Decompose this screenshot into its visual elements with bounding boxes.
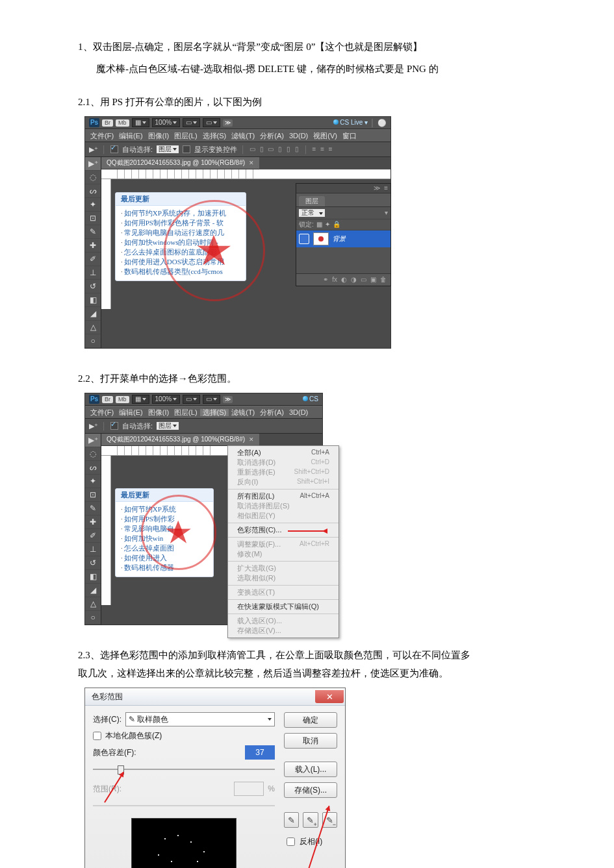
lasso-tool[interactable]: ᔕ	[85, 184, 101, 198]
select-dropdown[interactable]: ✎ 取样颜色	[125, 712, 275, 726]
group-icon[interactable]: ▭	[361, 277, 366, 283]
fuzziness-input[interactable]	[245, 745, 275, 760]
menu-item-quick-mask[interactable]: 在快速蒙版模式下编辑(Q)	[228, 602, 339, 612]
stamp-tool[interactable]: ⊥	[85, 266, 101, 280]
auto-select-dropdown[interactable]: 图层	[157, 422, 179, 430]
menu-item-inverse[interactable]: 反向(I)Shift+Ctrl+I	[228, 477, 339, 487]
cancel-button[interactable]: 取消	[284, 733, 337, 749]
gradient-tool[interactable]: ◢	[85, 584, 101, 597]
history-brush-tool[interactable]: ↺	[85, 280, 101, 293]
extras-icon[interactable]: ▭	[203, 118, 220, 127]
eraser-tool[interactable]: ◧	[85, 570, 101, 584]
layers-tab[interactable]: 图层	[299, 196, 325, 206]
save-button[interactable]: 存储(S)...	[284, 782, 337, 798]
show-transform-checkbox[interactable]	[183, 145, 190, 153]
menu-layer[interactable]: 图层(L)	[172, 132, 199, 140]
menu-select[interactable]: 选择(S)	[200, 132, 229, 140]
localize-checkbox[interactable]	[93, 732, 101, 740]
marquee-tool[interactable]: ◌	[85, 171, 101, 184]
menu-file[interactable]: 文件(F)	[88, 132, 116, 140]
stamp-tool[interactable]: ⊥	[85, 543, 101, 556]
eraser-tool[interactable]: ◧	[85, 293, 101, 307]
expand-icon[interactable]: ≫	[223, 396, 233, 403]
opacity-icon[interactable]: ▾	[385, 210, 388, 216]
fx-icon[interactable]: fx	[332, 277, 337, 283]
eyedropper-tool[interactable]: ✎	[85, 225, 101, 239]
move-tool[interactable]: ▶⁺	[85, 434, 101, 447]
minibridge-icon[interactable]: Mb	[116, 396, 129, 403]
cslive-button[interactable]: CS Live ▾	[333, 119, 368, 126]
menu-select[interactable]: 选择(S)	[200, 409, 229, 416]
menu-item-all-layers[interactable]: 所有图层(L)Alt+Ctrl+A	[228, 491, 339, 501]
crop-tool[interactable]: ⊡	[85, 212, 101, 225]
document-tab[interactable]: QQ截图20120424165533.jpg @ 100%(RGB/8#)✕	[101, 434, 259, 446]
menu-item-deselect-layers[interactable]: 取消选择图层(S)	[228, 501, 339, 511]
search-icon[interactable]: ⚪	[377, 119, 387, 127]
menu-item-reselect[interactable]: 重新选择(E)Shift+Ctrl+D	[228, 467, 339, 477]
invert-checkbox[interactable]	[287, 837, 295, 846]
wand-tool[interactable]: ✦	[85, 198, 101, 212]
menu-analysis[interactable]: 分析(A)	[257, 409, 287, 416]
load-button[interactable]: 载入(L)...	[284, 762, 337, 777]
menu-image[interactable]: 图像(I)	[146, 409, 172, 416]
close-icon[interactable]: ✕	[249, 160, 254, 166]
history-brush-tool[interactable]: ↺	[85, 556, 101, 570]
brush-tool[interactable]: ✐	[85, 253, 101, 266]
minibridge-icon[interactable]: Mb	[116, 119, 129, 127]
menu-3d[interactable]: 3D(D)	[287, 409, 311, 416]
menu-item-save-selection[interactable]: 存储选区(V)...	[228, 626, 339, 636]
expand-icon[interactable]: ≫	[223, 119, 233, 127]
trash-icon[interactable]: 🗑	[380, 277, 387, 283]
lock-position-icon[interactable]: ✦	[325, 221, 330, 228]
dodge-tool[interactable]: ○	[85, 334, 101, 348]
layer-row-background[interactable]: 背景	[296, 230, 390, 247]
menu-item-select-all[interactable]: 全部(A)Ctrl+A	[228, 448, 339, 458]
wand-tool[interactable]: ✦	[85, 475, 101, 488]
eyedropper-button[interactable]: ✎	[284, 812, 299, 828]
lock-all-icon[interactable]: 🔒	[333, 221, 340, 228]
menu-view[interactable]: 视图(V)	[311, 132, 340, 140]
menu-filter[interactable]: 滤镜(T)	[229, 132, 257, 140]
menu-file[interactable]: 文件(F)	[88, 409, 116, 416]
menu-item-modify[interactable]: 修改(M)	[228, 549, 339, 559]
bridge-icon[interactable]: Br	[102, 396, 113, 403]
menu-item-load-selection[interactable]: 载入选区(O)...	[228, 616, 339, 626]
menu-3d[interactable]: 3D(D)	[287, 132, 311, 140]
auto-select-checkbox[interactable]	[110, 145, 118, 153]
visibility-icon[interactable]	[299, 234, 309, 244]
menu-edit[interactable]: 编辑(E)	[116, 132, 146, 140]
menu-edit[interactable]: 编辑(E)	[116, 409, 146, 416]
gradient-tool[interactable]: ◢	[85, 307, 101, 321]
menu-layer[interactable]: 图层(L)	[172, 409, 199, 416]
mask-icon[interactable]: ◐	[341, 277, 347, 283]
lock-pixels-icon[interactable]: ▦	[316, 221, 322, 228]
auto-select-dropdown[interactable]: 图层	[157, 145, 179, 153]
cslive-button[interactable]: CS	[303, 396, 318, 403]
brush-tool[interactable]: ✐	[85, 529, 101, 543]
menu-item-transform-selection[interactable]: 变换选区(T)	[228, 588, 339, 597]
eyedropper-tool[interactable]: ✎	[85, 502, 101, 515]
menu-item-similar-layers[interactable]: 相似图层(Y)	[228, 511, 339, 521]
close-icon[interactable]: ✕	[249, 437, 254, 443]
blend-mode-dropdown[interactable]: 正常	[299, 209, 325, 217]
ok-button[interactable]: 确定	[284, 712, 337, 728]
menu-item-refine-mask[interactable]: 调整蒙版(F)...Alt+Ctrl+R	[228, 539, 339, 549]
fill-icon[interactable]: ◑	[351, 277, 357, 283]
document-tab[interactable]: QQ截图20120424165533.jpg @ 100%(RGB/8#)✕	[101, 157, 259, 169]
panel-collapse-icon[interactable]: ≫	[374, 185, 380, 192]
extras-icon[interactable]: ▭	[203, 395, 220, 404]
move-tool[interactable]: ▶⁺	[85, 157, 101, 171]
arrange-icon[interactable]: ▭	[183, 118, 200, 127]
healing-tool[interactable]: ✚	[85, 515, 101, 529]
close-button[interactable]: ✕	[315, 690, 344, 703]
eyedropper-add-button[interactable]: ✎	[303, 812, 318, 828]
healing-tool[interactable]: ✚	[85, 239, 101, 253]
marquee-tool[interactable]: ◌	[85, 447, 101, 461]
menu-item-similar[interactable]: 选取相似(R)	[228, 573, 339, 583]
zoom-level[interactable]: 100%	[152, 118, 181, 127]
screen-mode-icon[interactable]: ▦	[132, 395, 149, 404]
link-icon[interactable]: ⚭	[323, 277, 328, 283]
panel-menu-icon[interactable]: ≡	[384, 185, 388, 192]
menu-analysis[interactable]: 分析(A)	[257, 132, 287, 140]
menu-item-deselect[interactable]: 取消选择(D)Ctrl+D	[228, 458, 339, 467]
